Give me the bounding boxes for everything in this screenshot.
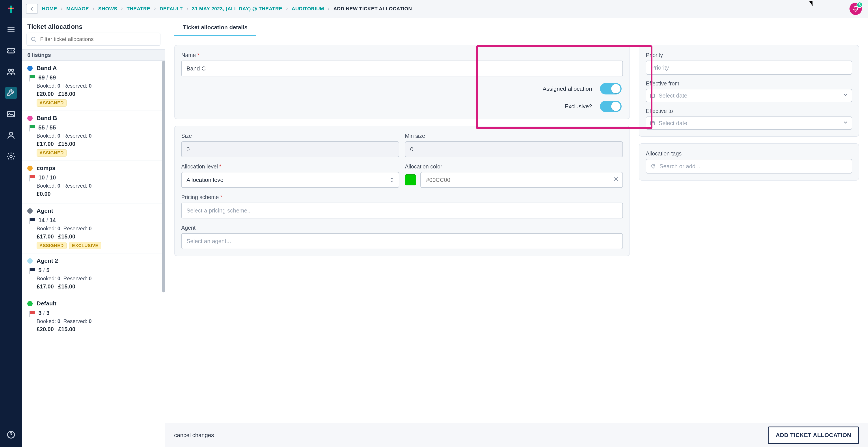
details-panel: Ticket allocation details Name* Assigned… [165, 18, 868, 447]
flag-icon [29, 218, 35, 223]
list-item-name: Agent [37, 207, 53, 214]
footer: cancel changes ADD TICKET ALLOCATION [165, 423, 868, 447]
list-item[interactable]: Band A69 / 69Booked: 0 Reserved: 0£20.00… [22, 61, 165, 111]
tabs: Ticket allocation details [165, 18, 868, 36]
list-item-name: Default [37, 300, 56, 307]
list-item-prices: £17.00£15.00 [27, 233, 160, 240]
cancel-button[interactable]: cancel changes [174, 432, 214, 439]
calendar-icon [650, 93, 655, 98]
name-input[interactable] [181, 61, 623, 76]
nav-image-icon[interactable] [5, 108, 17, 120]
allotag-label: Allocation tags [646, 150, 852, 157]
card-tags: Allocation tags Search or add ... [639, 143, 859, 180]
tag-pill: EXCLUSIVE [69, 242, 101, 249]
size-input[interactable] [181, 141, 399, 157]
nav-people-icon[interactable] [5, 66, 17, 78]
card-secondary: Size Min size Allocation le [174, 126, 630, 256]
nav-settings-icon[interactable] [5, 150, 17, 163]
nav-tickets-icon[interactable] [5, 44, 17, 57]
tag-pill: ASSIGNED [37, 149, 67, 157]
list-item-name: Band B [37, 115, 57, 122]
clear-color-icon[interactable] [613, 176, 619, 184]
eff-from-picker[interactable]: Select date [646, 89, 852, 102]
list-item[interactable]: comps10 / 10Booked: 0 Reserved: 0£0.00 [22, 161, 165, 203]
list-item-name: Band A [37, 65, 57, 72]
tab-allocation-details[interactable]: Ticket allocation details [174, 24, 256, 36]
minsize-input[interactable] [405, 141, 623, 157]
pricing-select[interactable] [181, 203, 623, 218]
allotag-input[interactable]: Search or add ... [646, 159, 852, 173]
nav-menu-icon[interactable] [5, 23, 17, 36]
nav-tools-icon[interactable] [5, 87, 17, 99]
tag-pill: ASSIGNED [37, 242, 67, 249]
svg-point-10 [654, 165, 654, 166]
app-logo [6, 4, 16, 14]
flag-icon [29, 125, 35, 130]
nav-rail [0, 0, 22, 447]
list-item[interactable]: Band B55 / 55Booked: 0 Reserved: 0£17.00… [22, 111, 165, 161]
priority-label: Priority [646, 52, 852, 58]
priority-input[interactable] [646, 61, 852, 75]
nav-profile-icon[interactable] [5, 129, 17, 141]
allocationlevel-label: Allocation level* [181, 163, 399, 170]
avatar[interactable]: 6 [849, 3, 862, 15]
list-item[interactable]: Agent14 / 14Booked: 0 Reserved: 0£17.00£… [22, 203, 165, 253]
breadcrumb-link[interactable]: MANAGE [66, 6, 89, 12]
chevron-down-icon [843, 92, 848, 99]
list-item-prices: £17.00£15.00 [27, 141, 160, 147]
svg-point-7 [32, 37, 35, 41]
list-item-prices: £20.00£15.00 [27, 326, 160, 333]
assigned-toggle[interactable] [600, 83, 622, 95]
allotag-placeholder: Search or add ... [659, 163, 702, 170]
list-item[interactable]: Default3 / 3Booked: 0 Reserved: 0£20.00£… [22, 296, 165, 339]
svg-rect-9 [650, 122, 654, 125]
svg-rect-8 [650, 94, 654, 98]
list-item-prices: £17.00£15.00 [27, 283, 160, 290]
breadcrumb-link[interactable]: HOME [42, 6, 57, 12]
flag-icon [29, 268, 35, 273]
exclusive-toggle[interactable] [600, 101, 622, 112]
list-item-stats: Booked: 0 Reserved: 0 [27, 226, 160, 232]
breadcrumb-link[interactable]: 31 MAY 2023, (ALL DAY) @ THEATRE [192, 6, 282, 12]
allocationlevel-select[interactable]: Allocation level [181, 172, 399, 188]
breadcrumb-link[interactable]: SHOWS [98, 6, 117, 12]
add-ticket-allocation-button[interactable]: ADD TICKET ALLOCATION [768, 426, 859, 444]
color-dot [27, 115, 33, 121]
svg-point-1 [8, 69, 11, 72]
search-icon [30, 36, 37, 42]
svg-point-4 [9, 132, 12, 135]
listing-count: 6 listings [22, 49, 165, 61]
chevron-right-icon [153, 6, 156, 12]
search-field[interactable] [40, 36, 156, 42]
allocationcolor-label: Allocation color [405, 163, 623, 170]
color-dot [27, 258, 33, 264]
nav-help-icon[interactable] [5, 428, 17, 441]
allocationcolor-input[interactable] [420, 172, 623, 188]
list-item[interactable]: Agent 25 / 5Booked: 0 Reserved: 0£17.00£… [22, 253, 165, 296]
breadcrumb-link[interactable]: AUDITORIUM [291, 6, 324, 12]
breadcrumb-link[interactable]: THEATRE [126, 6, 150, 12]
size-label: Size [181, 133, 399, 139]
color-dot [27, 166, 33, 171]
breadcrumb-link[interactable]: DEFAULT [160, 6, 183, 12]
svg-point-2 [11, 69, 14, 72]
eff-from-label: Effective from [646, 80, 852, 87]
agent-label: Agent [181, 225, 623, 231]
chevron-right-icon [120, 6, 123, 12]
list-item-prices: £20.00£18.00 [27, 91, 160, 97]
list-item-stats: Booked: 0 Reserved: 0 [27, 133, 160, 139]
chevron-down-icon [843, 120, 848, 127]
eff-to-picker[interactable]: Select date [646, 116, 852, 130]
breadcrumb: HOMEMANAGESHOWSTHEATREDEFAULT31 MAY 2023… [42, 6, 845, 12]
back-button[interactable] [26, 4, 38, 14]
list-title: Ticket allocations [22, 18, 165, 33]
tag-pill: ASSIGNED [37, 99, 67, 107]
color-dot [27, 301, 33, 306]
agent-select[interactable] [181, 233, 623, 249]
list-item-prices: £0.00 [27, 191, 160, 197]
svg-point-5 [10, 155, 12, 158]
eff-to-label: Effective to [646, 108, 852, 114]
list-item-stats: Booked: 0 Reserved: 0 [27, 318, 160, 324]
search-input[interactable] [26, 33, 160, 46]
color-swatch[interactable] [405, 174, 416, 185]
